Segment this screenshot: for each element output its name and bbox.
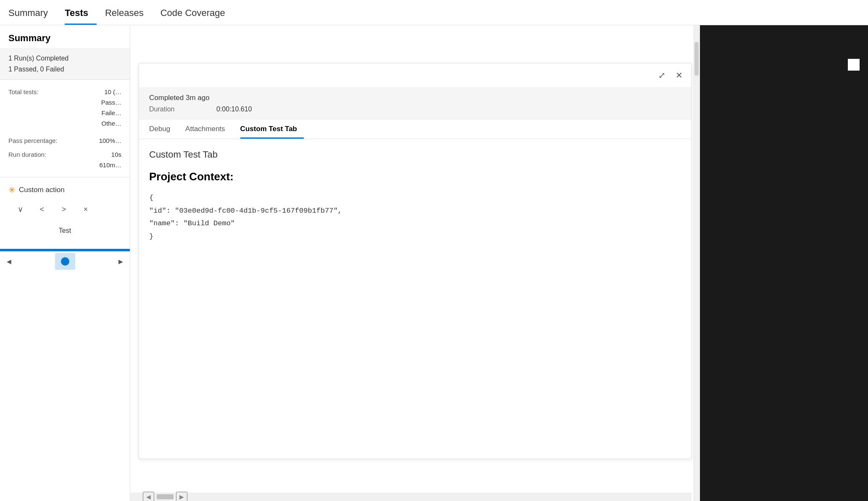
stat-run-duration2-value: 610m… xyxy=(99,161,121,169)
code-line-4: } xyxy=(149,230,681,243)
panel-card: ⤢ ✕ Completed 3m ago Duration 0:00:10.61… xyxy=(139,63,692,459)
scroll-left-btn[interactable]: ◀ xyxy=(3,256,15,266)
tab-summary-label: Summary xyxy=(8,8,48,18)
right-scrollbar-thumb[interactable] xyxy=(694,42,699,76)
code-line-2: "id": "03e0ed9d-fc00-4d1b-9cf5-167f09b1f… xyxy=(149,205,681,218)
sidebar-runs-box: 1 Run(s) Completed 1 Passed, 0 Failed xyxy=(0,48,130,80)
tab-code-coverage-label: Code Coverage xyxy=(160,8,225,18)
panel-content-title: Custom Test Tab xyxy=(149,149,681,160)
code-line-3: "name": "Build Demo" xyxy=(149,217,681,230)
tab-releases-label: Releases xyxy=(105,8,144,18)
panel-duration-value: 0:00:10.610 xyxy=(216,105,252,113)
stat-pass-pct-value: 100%… xyxy=(99,137,121,144)
runs-passed-line: 1 Passed, 0 Failed xyxy=(8,64,121,75)
scroll-right-btn[interactable]: ▶ xyxy=(115,256,126,266)
sidebar-stats: Total tests: 10 (… Pass… Faile… Othe… Pa… xyxy=(0,80,130,177)
stat-passed-value: Pass… xyxy=(101,99,121,106)
sidebar-box-icon xyxy=(61,257,69,266)
stat-run-duration-value: 10s xyxy=(111,151,121,158)
panel-card-header: ⤢ ✕ xyxy=(139,63,691,87)
nav-chevron-down-btn[interactable]: ∨ xyxy=(13,202,28,217)
stat-other-value: Othe… xyxy=(101,120,121,127)
panel-duration-label: Duration xyxy=(149,105,216,113)
nav-next-btn[interactable]: > xyxy=(56,202,71,217)
stat-failed-value: Faile… xyxy=(101,109,121,116)
sidebar-custom-action: ✳ Custom action ∨ < > × Test xyxy=(0,177,130,245)
sidebar-blue-box xyxy=(55,253,75,270)
nav-close-btn[interactable]: × xyxy=(78,202,93,217)
panel-tabs: Debug Attachments Custom Test Tab xyxy=(139,120,691,139)
stat-run-duration-label: Run duration: xyxy=(8,151,46,158)
stat-passed: Pass… xyxy=(8,97,121,108)
panel-close-btn[interactable]: ✕ xyxy=(674,69,684,82)
tab-summary[interactable]: Summary xyxy=(8,8,56,25)
panel-section-header: Project Context: xyxy=(149,170,681,183)
stat-pass-pct-label: Pass percentage: xyxy=(8,137,58,144)
detail-panel: ⤢ ✕ Completed 3m ago Duration 0:00:10.61… xyxy=(130,25,868,501)
stat-run-duration: Run duration: 10s xyxy=(8,149,121,160)
stat-pass-percentage-row: Pass percentage: 100%… xyxy=(8,135,121,146)
code-line-1: { xyxy=(149,192,681,205)
tab-tests[interactable]: Tests xyxy=(65,8,97,25)
custom-action-label: ✳ Custom action xyxy=(8,185,121,195)
stat-total-tests: Total tests: 10 (… xyxy=(8,87,121,97)
bottom-scroll-right-btn[interactable]: ▶ xyxy=(176,492,187,501)
tab-code-coverage[interactable]: Code Coverage xyxy=(160,8,234,25)
tab-releases[interactable]: Releases xyxy=(105,8,152,25)
nav-prev-btn[interactable]: < xyxy=(34,202,50,217)
panel-meta: Completed 3m ago Duration 0:00:10.610 xyxy=(139,87,691,120)
panel-tab-attachments[interactable]: Attachments xyxy=(185,120,232,139)
stat-total-tests-value: 10 (… xyxy=(104,88,121,95)
tab-tests-label: Tests xyxy=(65,8,88,18)
top-navigation: Summary Tests Releases Code Coverage xyxy=(0,0,868,25)
main-content: Summary 1 Run(s) Completed 1 Passed, 0 F… xyxy=(0,25,868,501)
stat-run-duration-row: Run duration: 10s 610m… xyxy=(8,149,121,170)
stat-run-duration2: 610m… xyxy=(8,160,121,170)
bottom-scroll-left-btn[interactable]: ◀ xyxy=(143,492,154,501)
panel-tab-debug[interactable]: Debug xyxy=(149,120,177,139)
panel-duration-row: Duration 0:00:10.610 xyxy=(149,105,681,113)
stat-pass-pct: Pass percentage: 100%… xyxy=(8,135,121,146)
asterisk-icon: ✳ xyxy=(8,185,16,195)
panel-expand-btn[interactable]: ⤢ xyxy=(657,69,667,82)
stat-other: Othe… xyxy=(8,118,121,129)
bottom-scrollbar[interactable]: ◀ ▶ xyxy=(130,493,692,501)
white-circle xyxy=(848,59,860,71)
panel-content: Custom Test Tab Project Context: { "id":… xyxy=(139,139,691,459)
stat-total-tests-label: Total tests: xyxy=(8,88,39,95)
panel-completed-text: Completed 3m ago xyxy=(149,94,681,102)
stat-failed: Faile… xyxy=(8,108,121,118)
runs-completed-line: 1 Run(s) Completed xyxy=(8,53,121,64)
panel-tab-custom-test-tab[interactable]: Custom Test Tab xyxy=(240,120,304,139)
custom-action-text: Custom action xyxy=(19,186,65,194)
sidebar-scroll-area: ◀ ▶ xyxy=(0,251,130,272)
sidebar-test-label: Test xyxy=(8,224,121,238)
right-scrollbar[interactable] xyxy=(693,25,700,501)
sidebar-nav-controls: ∨ < > × xyxy=(8,202,121,217)
sidebar: Summary 1 Run(s) Completed 1 Passed, 0 F… xyxy=(0,25,130,501)
bottom-scroll-thumb[interactable] xyxy=(157,494,174,499)
panel-code-block: { "id": "03e0ed9d-fc00-4d1b-9cf5-167f09b… xyxy=(149,192,681,243)
right-dark-bg xyxy=(700,25,868,501)
sidebar-header: Summary xyxy=(0,25,130,48)
